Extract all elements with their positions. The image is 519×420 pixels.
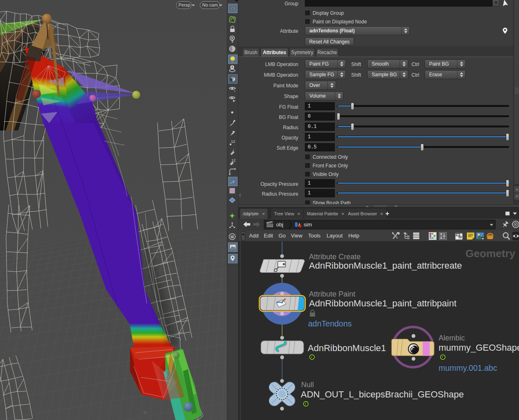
svg-text:12: 12 xyxy=(231,139,235,144)
svg-text:22: 22 xyxy=(143,411,147,415)
